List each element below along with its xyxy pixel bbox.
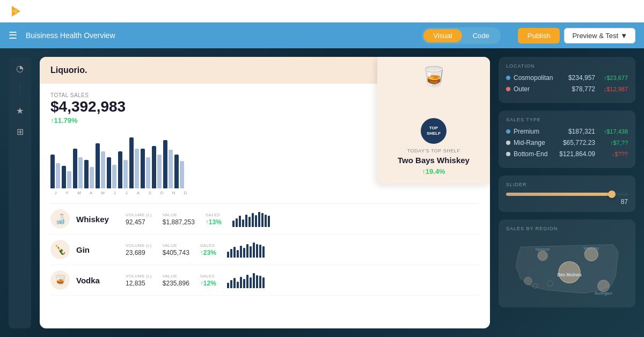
right-panel: LOCATION Cosmopolitan $234,957 ↑$23,677 …	[499, 57, 635, 328]
sidebar-icon-analytics[interactable]: ◔	[16, 63, 24, 74]
sidebar-icon-filter[interactable]: ⊞	[17, 127, 24, 137]
volume-group: VOLUME (L)12,835	[126, 274, 152, 287]
location-dot	[506, 87, 510, 91]
chart-bar-group	[96, 143, 105, 188]
main-content: ◔ ★ ⊞ Liquorio. TOTAL SALES $4,392,983 ↑…	[0, 48, 644, 337]
svg-point-8	[547, 281, 553, 287]
mini-bar-chart	[232, 211, 270, 227]
chart-bar-group	[84, 160, 94, 188]
mini-bar	[261, 213, 264, 227]
chart-bar-current	[163, 140, 167, 188]
volume-group: VOLUME (L)92,457	[126, 213, 152, 226]
product-icon: 🍾	[50, 240, 70, 259]
location-title: LOCATION	[506, 63, 628, 69]
volume-label: VOLUME (L)	[126, 213, 152, 217]
mini-bar	[252, 213, 254, 227]
location-value: $234,957	[563, 74, 595, 82]
product-list: 🍶WhiskeyVOLUME (L)92,457VALUE$1,887,253S…	[50, 203, 479, 296]
chart-month-label: O	[157, 191, 167, 195]
value-label: VALUE	[163, 213, 195, 217]
chart-month-label: N	[169, 191, 179, 195]
sales-label: SALES	[200, 243, 216, 248]
value-group: VALUE$405,743	[163, 243, 189, 257]
location-row: Outer $78,772 ↓$12,987	[506, 85, 628, 93]
top-shelf-product: Two Bays Whiskey	[386, 156, 481, 165]
sidebar-icon-star[interactable]: ★	[16, 106, 24, 116]
chart-bar-group	[163, 140, 173, 188]
chart-month-label: J	[50, 191, 61, 195]
brand-logo: Liquorio.	[50, 65, 87, 75]
city-des-moines: Des Moines	[557, 273, 582, 277]
slider-track[interactable]	[506, 193, 628, 196]
volume-label: VOLUME (L)	[126, 243, 152, 248]
top-bar	[0, 0, 644, 23]
tab-visual[interactable]: Visual	[423, 29, 462, 42]
sales-type-row: Mid-Range $65,772.23 ↑$7,??	[506, 139, 628, 146]
preview-arrow-icon: ▼	[620, 32, 627, 40]
mini-bar	[258, 212, 260, 227]
slider-thumb[interactable]	[608, 191, 616, 198]
mini-bar	[255, 215, 257, 227]
map-section: SALES BY REGION Spencer Waterloo Des Moi…	[499, 219, 635, 307]
chart-month-label: S	[145, 191, 155, 195]
sales-type-title: SALES TYPE	[506, 117, 628, 122]
location-change: ↓$12,987	[598, 86, 628, 92]
mini-bar	[259, 276, 261, 288]
chart-bar-group	[141, 149, 150, 188]
chart-month-label: A	[133, 191, 143, 195]
sales-value: ↑13%	[206, 218, 222, 226]
sales-type-name: Bottom-End	[514, 150, 556, 158]
sales-label: SALES	[206, 213, 222, 217]
chart-bar-prev	[146, 157, 150, 188]
volume-value: 12,835	[126, 280, 152, 287]
volume-label: VOLUME (L)	[126, 274, 152, 279]
preview-label: Preview & Test	[572, 32, 618, 40]
chart-month-label: J	[109, 191, 120, 195]
product-icon: 🥃	[50, 270, 70, 290]
chart-month-label: A	[86, 191, 96, 195]
chart-bar-prev	[101, 151, 105, 188]
value-group: VALUE$235,896	[163, 274, 189, 287]
mini-bar	[262, 277, 265, 288]
publish-button[interactable]: Publish	[518, 28, 560, 43]
sales-group: SALES↑12%	[200, 274, 216, 287]
chart-bar-current	[174, 155, 179, 188]
mini-bar	[240, 277, 242, 288]
mini-bar	[232, 221, 235, 227]
value-label: VALUE	[163, 243, 189, 248]
nav-title: Buisiness Health Overview	[26, 31, 413, 40]
map-title: SALES BY REGION	[506, 226, 628, 231]
sales-change: ↑11.79%	[50, 116, 78, 124]
sales-type-dot	[506, 152, 510, 156]
value-amount: $405,743	[163, 249, 189, 257]
map-container: Spencer Waterloo Des Moines Burlington	[506, 237, 628, 301]
mini-bar	[237, 282, 239, 288]
nav-bar: ☰ Buisiness Health Overview Visual Code …	[0, 23, 644, 48]
product-icon: 🍶	[50, 209, 70, 229]
chart-bar-current	[84, 160, 89, 188]
chart-bar-current	[141, 149, 145, 188]
mini-bar	[253, 273, 255, 288]
chart-bar-prev	[157, 155, 162, 188]
city-spencer: Spencer	[536, 247, 551, 252]
hamburger-icon[interactable]: ☰	[9, 30, 17, 41]
svg-point-2	[538, 251, 547, 260]
product-row: 🍶WhiskeyVOLUME (L)92,457VALUE$1,887,253S…	[50, 204, 479, 235]
chart-bar-group	[73, 149, 83, 188]
chart-bar-group	[129, 137, 139, 188]
preview-button[interactable]: Preview & Test ▼	[564, 28, 635, 43]
svg-point-7	[533, 283, 538, 288]
mini-bar-chart	[227, 241, 265, 258]
mini-bar	[259, 245, 261, 258]
mini-bar	[256, 244, 258, 258]
mini-bar	[230, 280, 232, 288]
mini-bar	[227, 283, 229, 288]
mini-bar	[265, 215, 267, 227]
location-section: LOCATION Cosmopolitan $234,957 ↑$23,677 …	[499, 57, 635, 103]
tab-code[interactable]: Code	[463, 29, 499, 42]
mini-bar	[242, 219, 244, 227]
mini-bar	[240, 246, 242, 258]
location-name: Outer	[514, 85, 560, 93]
volume-group: VOLUME (L)23,689	[126, 243, 152, 257]
product-name: Gin	[76, 245, 119, 254]
